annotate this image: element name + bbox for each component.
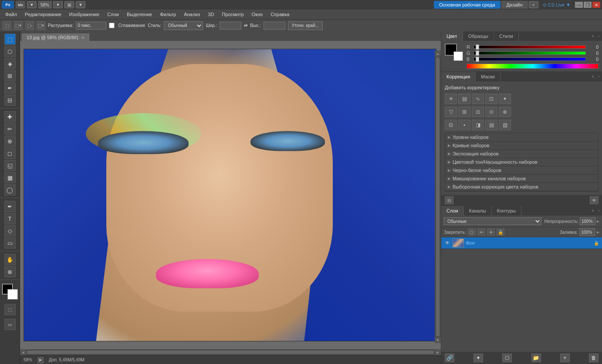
color-tab[interactable]: Цвет: [441, 31, 463, 41]
history-tool[interactable]: ◻: [4, 148, 16, 159]
cs-live-button[interactable]: ⊙ CS Live ▼: [539, 1, 574, 9]
grad-map-icon[interactable]: ▤: [485, 120, 497, 130]
canvas-scroll-vertical[interactable]: ▲ ▼: [435, 51, 441, 343]
scroll-down-arrow[interactable]: ▼: [435, 337, 441, 343]
opacity-arrow[interactable]: ▶: [597, 219, 599, 223]
menu-image[interactable]: Изображение: [66, 11, 103, 18]
lock-all-btn[interactable]: 🔒: [497, 229, 504, 236]
corr-panel-menu[interactable]: ≡: [590, 72, 596, 81]
b-slider-track[interactable]: [473, 57, 586, 61]
channels-tab[interactable]: Каналы: [464, 206, 492, 216]
posterize-icon[interactable]: ▪: [458, 120, 470, 130]
quick-select-tool[interactable]: ◈: [4, 58, 16, 69]
layer-item-bg[interactable]: 👁 Фон 🔒: [441, 237, 602, 249]
vibrance-icon[interactable]: ✦: [499, 94, 511, 104]
height-input[interactable]: [264, 22, 285, 30]
canvas-tab[interactable]: 13.jpg @ 58% (RGB/8#) ✕: [22, 34, 89, 41]
swatches-tab[interactable]: Образцы: [463, 31, 494, 41]
scroll-right-arrow[interactable]: ►: [435, 349, 441, 355]
quick-mask-btn[interactable]: ⬚: [4, 304, 16, 315]
path-select-tool[interactable]: ◇: [4, 225, 16, 236]
delete-layer-btn[interactable]: 🗑: [589, 354, 599, 362]
threshold-icon[interactable]: ◨: [472, 120, 484, 130]
levels-icon[interactable]: ▤: [458, 94, 470, 104]
crop-tool[interactable]: ⊞: [4, 70, 16, 81]
menu-help[interactable]: Справка: [267, 11, 293, 18]
menu-view[interactable]: Просмотр: [218, 11, 247, 18]
text-tool[interactable]: T: [4, 213, 16, 224]
design-button[interactable]: Дизайн: [501, 1, 528, 9]
lasso-tool[interactable]: ⬡: [4, 46, 16, 57]
eyedropper-tool[interactable]: ✒: [4, 82, 16, 94]
hand-tool[interactable]: ✋: [4, 254, 16, 265]
menu-analysis[interactable]: Анализ: [180, 11, 203, 18]
screen-mode-btn[interactable]: ▭: [4, 319, 16, 330]
layers-panel-collapse[interactable]: −: [596, 206, 602, 216]
layers-panel-menu[interactable]: ≡: [590, 206, 596, 216]
title-btn-arrange[interactable]: ▼: [76, 1, 85, 8]
brightness-icon[interactable]: ☀: [445, 94, 457, 104]
feather-input[interactable]: [76, 22, 106, 30]
window-minimize[interactable]: —: [575, 2, 583, 8]
shape-tool[interactable]: ▭: [4, 237, 16, 249]
menu-window[interactable]: Окно: [248, 11, 267, 18]
title-btn-view[interactable]: ▤: [64, 1, 74, 8]
hue-sat-icon[interactable]: ▽: [445, 107, 457, 117]
pen-tool[interactable]: ✒: [4, 201, 16, 212]
clone-tool[interactable]: ⊕: [4, 135, 16, 147]
color-spectrum[interactable]: [467, 64, 599, 69]
swap-icon[interactable]: ⇄: [244, 23, 247, 28]
canvas-viewport[interactable]: ▲ ▼: [20, 41, 441, 349]
invert-icon[interactable]: ⊟: [445, 120, 457, 130]
new-group-btn[interactable]: 📁: [531, 354, 541, 362]
blend-mode-select[interactable]: Обычные: [444, 217, 541, 225]
menu-edit[interactable]: Редактирование: [21, 11, 65, 18]
link-layers-btn[interactable]: 🔗: [445, 354, 454, 362]
photo-filter-icon[interactable]: ⊙: [485, 107, 497, 117]
lock-position-btn[interactable]: ✛: [487, 229, 495, 236]
fill-input[interactable]: [579, 228, 595, 236]
dodge-tool[interactable]: ◯: [4, 184, 16, 195]
title-btn-zoom[interactable]: ▼: [53, 1, 63, 8]
title-btn-1[interactable]: ▼: [27, 1, 37, 8]
smooth-checkbox[interactable]: [109, 23, 115, 28]
corr-panel-collapse[interactable]: −: [596, 72, 602, 81]
scroll-thumb-vertical[interactable]: [436, 57, 440, 336]
color-balance-icon[interactable]: ⊞: [458, 107, 470, 117]
lock-transparent-btn[interactable]: ⬡: [468, 229, 476, 236]
corr-huesat[interactable]: ▶ Цветовой тон/Насыщенность наборов: [445, 158, 598, 166]
color-panel-menu[interactable]: ≡: [590, 31, 596, 41]
layers-tab[interactable]: Слои: [441, 206, 464, 216]
corr-channel-mix[interactable]: ▶ Микширование каналов наборов: [445, 175, 598, 183]
selection-tool-icon[interactable]: ⬚: [3, 21, 11, 30]
correction-tab[interactable]: Коррекция: [441, 72, 476, 81]
marquee-tool[interactable]: ⬚: [4, 34, 16, 45]
background-color[interactable]: [7, 289, 18, 300]
corr-curves[interactable]: ▶ Кривые наборов: [445, 142, 598, 150]
scroll-up-arrow[interactable]: ▲: [435, 51, 441, 57]
b-slider-thumb[interactable]: [476, 57, 479, 62]
intersect-selection-icon[interactable]: ⬚×: [37, 21, 45, 30]
ruler-tool[interactable]: ⊟: [4, 94, 16, 106]
corr-levels[interactable]: ▶ Уровни наборов: [445, 133, 598, 142]
fill-arrow[interactable]: ▶: [597, 230, 599, 234]
selective-color-icon[interactable]: ▨: [499, 120, 511, 130]
canvas-scroll-horizontal[interactable]: ◄ ►: [20, 349, 441, 355]
curves-icon[interactable]: ∿: [472, 94, 484, 104]
layer-visibility-eye[interactable]: 👁: [444, 239, 451, 246]
new-layer-btn[interactable]: +: [560, 354, 570, 362]
color-panel-collapse[interactable]: −: [596, 31, 602, 41]
style-select[interactable]: Обычный: [164, 21, 203, 30]
spot-heal-tool[interactable]: ✚: [4, 111, 16, 122]
menu-filter[interactable]: Фильтр: [156, 11, 179, 18]
status-arrow[interactable]: ▶: [37, 357, 44, 363]
menu-file[interactable]: Файл: [2, 11, 20, 18]
masks-tab[interactable]: Маски: [476, 72, 501, 81]
extend-btn[interactable]: »: [529, 1, 538, 8]
corr-selective-color[interactable]: ▶ Выборочная коррекция цвета наборов: [445, 183, 598, 191]
black-white-icon[interactable]: ⚖: [472, 107, 484, 117]
add-mask-btn[interactable]: ⬡: [502, 354, 512, 362]
eraser-tool[interactable]: ◱: [4, 160, 16, 171]
menu-layers[interactable]: Слои: [104, 11, 122, 18]
clip-to-layer-btn[interactable]: ⊟: [445, 196, 453, 204]
